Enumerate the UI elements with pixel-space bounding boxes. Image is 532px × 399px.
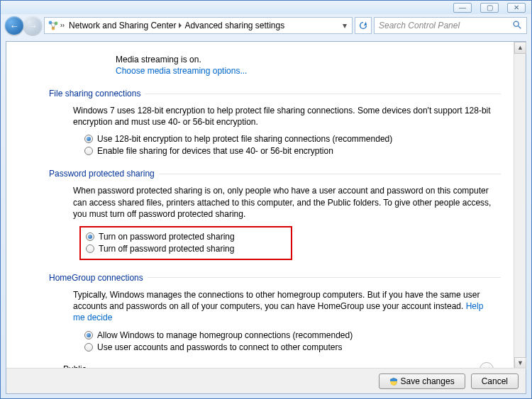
password-sharing-description: When password protected sharing is on, o… xyxy=(73,185,494,220)
highlighted-password-options: Turn on password protected sharing Turn … xyxy=(79,226,292,260)
file-sharing-description: Windows 7 uses 128-bit encryption to hel… xyxy=(73,105,494,128)
radio-icon xyxy=(84,147,93,155)
back-button[interactable]: ← xyxy=(5,16,23,35)
breadcrumb-parent[interactable]: Network and Sharing Center xyxy=(69,21,176,30)
search-placeholder: Search Control Panel xyxy=(379,21,460,30)
search-input[interactable]: Search Control Panel xyxy=(374,17,527,34)
radio-icon xyxy=(84,331,93,339)
radio-icon xyxy=(84,343,93,352)
radio-user-accounts-homegroup[interactable]: Use user accounts and passwords to conne… xyxy=(84,342,501,352)
radio-icon xyxy=(86,232,94,241)
radio-icon xyxy=(86,245,94,253)
radio-128bit-encryption[interactable]: Use 128-bit encryption to help protect f… xyxy=(84,134,501,144)
radio-windows-manage-homegroup[interactable]: Allow Windows to manage homegroup connec… xyxy=(84,330,501,340)
maximize-button[interactable]: ▢ xyxy=(480,3,499,13)
svg-line-4 xyxy=(519,26,521,28)
minimize-button[interactable]: — xyxy=(453,3,472,13)
shield-icon xyxy=(389,377,398,386)
breadcrumb-dropdown[interactable]: ▾ xyxy=(339,21,350,30)
close-button[interactable]: ✕ xyxy=(507,3,526,13)
save-changes-button[interactable]: Save changes xyxy=(379,373,465,389)
chevron-right-icon xyxy=(179,23,182,28)
homegroup-description: Typically, Windows manages the connectio… xyxy=(73,289,494,324)
navigation-bar: ← → ‹‹ Network and Sharing Center Advanc… xyxy=(1,14,531,37)
chevron-left-icon: ‹‹ xyxy=(60,22,65,29)
media-streaming-options-link[interactable]: Choose media streaming options... xyxy=(116,66,501,76)
refresh-button[interactable] xyxy=(355,17,372,34)
network-icon xyxy=(48,20,59,31)
breadcrumb[interactable]: ‹‹ Network and Sharing Center Advanced s… xyxy=(44,17,353,34)
forward-button[interactable]: → xyxy=(23,16,42,35)
footer-bar: Save changes Cancel xyxy=(6,368,526,393)
radio-password-sharing-on[interactable]: Turn on password protected sharing xyxy=(86,232,285,242)
radio-40-56bit-encryption[interactable]: Enable file sharing for devices that use… xyxy=(84,146,501,156)
titlebar: — ▢ ✕ xyxy=(1,1,531,14)
breadcrumb-current[interactable]: Advanced sharing settings xyxy=(184,21,284,30)
svg-point-3 xyxy=(514,21,519,26)
settings-pane: Media streaming is on. Choose media stre… xyxy=(6,42,515,369)
vertical-scrollbar[interactable]: ▲ ▼ xyxy=(514,42,526,369)
control-panel-window: — ▢ ✕ ← → ‹‹ Network and Sharing Center … xyxy=(0,0,532,399)
radio-password-sharing-off[interactable]: Turn off password protected sharing xyxy=(86,244,285,254)
section-homegroup-header: HomeGroup connections xyxy=(49,273,501,283)
section-file-sharing-header: File sharing connections xyxy=(49,89,501,99)
scroll-up-button[interactable]: ▲ xyxy=(514,42,526,54)
media-streaming-status: Media streaming is on. xyxy=(116,55,501,64)
section-password-sharing-header: Password protected sharing xyxy=(49,169,501,179)
search-icon xyxy=(512,20,522,32)
cancel-button[interactable]: Cancel xyxy=(471,373,519,389)
content-frame: Media streaming is on. Choose media stre… xyxy=(6,41,526,394)
radio-icon xyxy=(84,135,93,143)
